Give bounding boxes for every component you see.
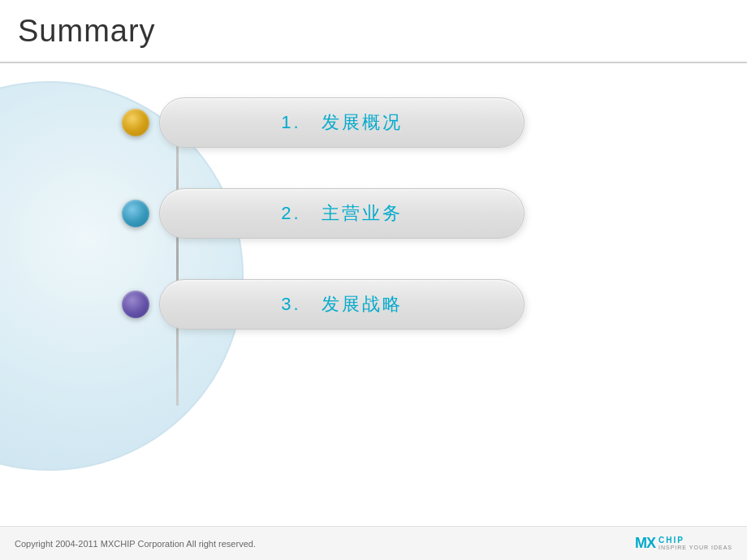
- dot-gold: [122, 109, 149, 136]
- dot-blue: [122, 200, 149, 227]
- dot-purple: [122, 291, 149, 318]
- item-pill-1[interactable]: 1. 发展概况: [159, 97, 525, 148]
- header: Summary: [0, 0, 747, 63]
- main-content: 1. 发展概况 2. 主营业务 3. 发展战略: [0, 65, 747, 526]
- item-label-1: 1. 发展概况: [281, 110, 402, 135]
- list-item: 2. 主营业务: [122, 188, 525, 239]
- list-item: 1. 发展概况: [122, 97, 525, 148]
- page-title: Summary: [18, 14, 156, 49]
- item-label-2: 2. 主营业务: [281, 201, 402, 226]
- company-logo: MX CHIP INSPIRE YOUR IDEAS: [635, 535, 732, 552]
- item-label-3: 3. 发展战略: [281, 292, 402, 317]
- item-pill-3[interactable]: 3. 发展战略: [159, 279, 525, 330]
- item-pill-2[interactable]: 2. 主营业务: [159, 188, 525, 239]
- logo-chip-text: CHIP INSPIRE YOUR IDEAS: [658, 536, 732, 551]
- list-item: 3. 发展战略: [122, 279, 525, 330]
- logo-mx-text: MX: [635, 535, 655, 552]
- items-container: 1. 发展概况 2. 主营业务 3. 发展战略: [122, 97, 525, 330]
- copyright-text: Copyright 2004-2011 MXCHIP Corporation A…: [15, 539, 256, 549]
- footer: Copyright 2004-2011 MXCHIP Corporation A…: [0, 526, 747, 560]
